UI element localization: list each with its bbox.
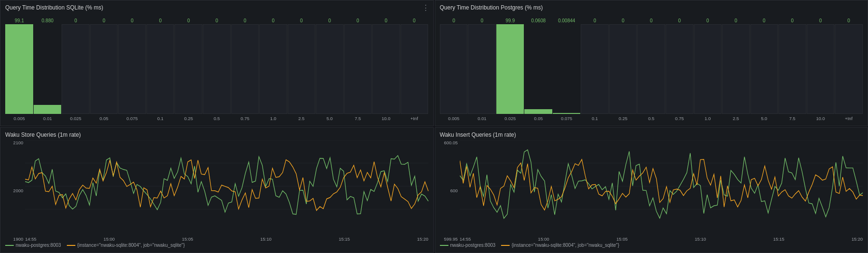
hist-value-14: 0 xyxy=(400,18,429,23)
store-svg-area xyxy=(25,140,429,233)
hist-bar-col-2 xyxy=(496,24,524,114)
x-label: 15:10 xyxy=(695,236,706,242)
hist-bar-col-12 xyxy=(344,24,372,114)
hist-bar-empty-5 xyxy=(581,24,609,114)
hist-value-0: 99.1 xyxy=(5,18,34,23)
insert-legend-yellow: {instance="nwaku-sqlite:8004", job="nwak… xyxy=(501,243,619,248)
hist-bar-empty-3 xyxy=(90,24,118,114)
hist-value-10: 0 xyxy=(722,18,750,23)
hist-bar-col-4 xyxy=(553,24,581,114)
hist-label-14: +Inf xyxy=(400,116,429,121)
hist-bar-col-5 xyxy=(146,24,174,114)
hist-bar-empty-4 xyxy=(118,24,146,114)
hist-bar-empty-14 xyxy=(401,24,429,114)
hist-bar-col-11 xyxy=(316,24,344,114)
legend-yellow-line xyxy=(67,245,75,246)
hist-bar-empty-1 xyxy=(468,24,496,114)
hist-bar-col-3 xyxy=(524,24,552,114)
hist-label-4: 0.075 xyxy=(553,116,581,121)
hist-bar-col-6 xyxy=(174,24,202,114)
hist-label-5: 0.1 xyxy=(146,116,175,121)
hist-bar-col-2 xyxy=(62,24,90,114)
hist-label-8: 0.75 xyxy=(666,116,694,121)
store-line-chart xyxy=(25,140,429,233)
pg-bars-area xyxy=(440,24,863,114)
x-label: 15:00 xyxy=(538,236,549,242)
hist-bar-col-1 xyxy=(468,24,496,114)
hist-value-5: 0 xyxy=(146,18,175,23)
hist-label-11: 5.0 xyxy=(750,116,778,121)
hist-bar-col-6 xyxy=(609,24,637,114)
y-label: 1900 xyxy=(13,236,23,242)
hist-label-9: 1.0 xyxy=(694,116,722,121)
hist-value-12: 0 xyxy=(344,18,372,23)
y-label: 599.95 xyxy=(444,236,457,242)
hist-label-10: 2.5 xyxy=(722,116,750,121)
hist-label-0: 0.005 xyxy=(5,116,34,121)
hist-label-12: 7.5 xyxy=(778,116,807,121)
hist-bar-col-9 xyxy=(259,24,287,114)
insert-legend-yellow-line xyxy=(501,245,510,246)
hist-label-3: 0.05 xyxy=(90,116,119,121)
hist-bar-empty-12 xyxy=(344,24,372,114)
y-label: 600 xyxy=(450,188,458,193)
insert-svg-area xyxy=(460,140,863,233)
hist-value-3: 0 xyxy=(90,18,119,23)
hist-bar-empty-0 xyxy=(440,24,468,114)
hist-bar-col-10 xyxy=(288,24,316,114)
x-label: 15:20 xyxy=(851,236,863,242)
hist-value-6: 0 xyxy=(609,18,638,23)
store-x-axis: 14:5515:0015:0515:1015:1515:20 xyxy=(25,232,429,242)
hist-bar-col-13 xyxy=(372,24,400,114)
insert-x-axis: 14:5515:0015:0515:1015:1515:20 xyxy=(460,232,863,242)
hist-label-2: 0.025 xyxy=(496,116,525,121)
pg-values-row: 0099.90.06080.008440000000000 xyxy=(440,13,863,23)
panel-menu-button[interactable]: ⋮ xyxy=(422,3,429,12)
hist-value-11: 0 xyxy=(316,18,344,23)
insert-legend: nwaku-postgres:8003 {instance="nwaku-sql… xyxy=(440,242,863,248)
hist-bar-empty-9 xyxy=(694,24,722,114)
hist-label-1: 0.01 xyxy=(468,116,496,121)
hist-bar-col-5 xyxy=(581,24,609,114)
hist-bar-col-0 xyxy=(440,24,468,114)
postgres-histogram-panel: Query Time Distribution Postgres (% ms) … xyxy=(435,0,868,126)
hist-value-1: 0 xyxy=(468,18,496,23)
sqlite-histogram-panel: Query Time Distribution SQLite (% ms) ⋮ … xyxy=(0,0,434,126)
hist-bar-col-14 xyxy=(835,24,863,114)
store-legend-green: nwaku-postgres:8003 xyxy=(5,243,61,248)
hist-value-7: 0 xyxy=(637,18,666,23)
hist-label-13: 10.0 xyxy=(372,116,401,121)
hist-bar-col-0 xyxy=(5,24,33,114)
hist-value-8: 0 xyxy=(666,18,694,23)
hist-bar-empty-6 xyxy=(609,24,637,114)
hist-bar-4 xyxy=(553,113,581,114)
hist-label-12: 7.5 xyxy=(344,116,372,121)
hist-bar-empty-12 xyxy=(778,24,806,114)
y-label: 2000 xyxy=(13,188,23,193)
store-legend-yellow-label: {instance="nwaku-sqlite:8004", job="nwak… xyxy=(77,243,185,248)
postgres-panel-title: Query Time Distribution Postgres (% ms) xyxy=(440,4,863,11)
insert-legend-green-label: nwaku-postgres:8003 xyxy=(450,243,496,248)
insert-y-axis: 600.05600599.95 xyxy=(440,140,460,242)
y-label: 2100 xyxy=(13,140,23,145)
insert-queries-chart-container: 600.05600599.95 14:5515:0015:0515:1015:1… xyxy=(440,140,863,248)
hist-bar-empty-8 xyxy=(666,24,694,114)
hist-label-9: 1.0 xyxy=(259,116,288,121)
x-label: 15:20 xyxy=(417,236,429,242)
hist-label-0: 0.005 xyxy=(440,116,468,121)
hist-bar-3 xyxy=(524,109,552,113)
hist-label-11: 5.0 xyxy=(316,116,344,121)
hist-value-9: 0 xyxy=(694,18,722,23)
x-label: 15:05 xyxy=(616,236,628,242)
hist-bar-col-7 xyxy=(637,24,665,114)
hist-value-11: 0 xyxy=(750,18,778,23)
hist-bar-col-14 xyxy=(401,24,429,114)
hist-value-9: 0 xyxy=(259,18,288,23)
x-label: 15:15 xyxy=(338,236,350,242)
hist-bar-empty-2 xyxy=(62,24,90,114)
hist-value-4: 0.00844 xyxy=(553,18,581,23)
store-queries-panel: Waku Store Queries (1m rate) 21002000190… xyxy=(0,127,434,253)
store-legend-green-label: nwaku-postgres:8003 xyxy=(16,243,61,248)
x-label: 14:55 xyxy=(25,236,37,242)
hist-bar-empty-11 xyxy=(750,24,778,114)
